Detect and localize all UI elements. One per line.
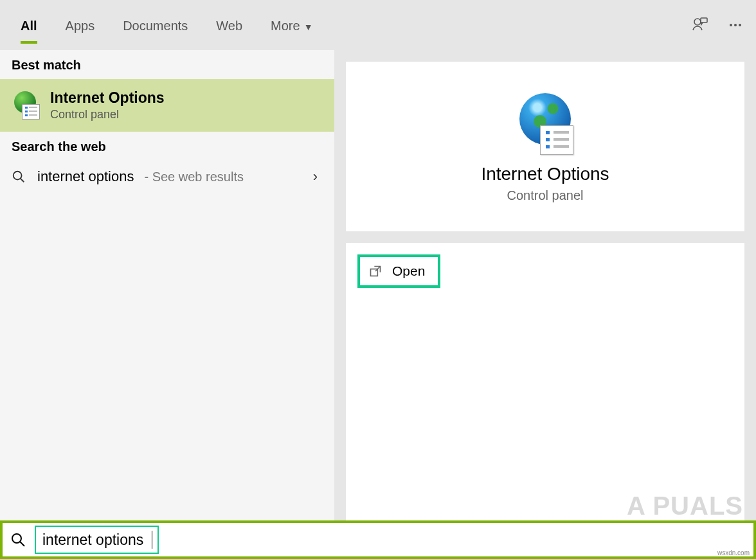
tab-label: All [21, 19, 37, 33]
best-match-result[interactable]: Internet Options Control panel [0, 79, 334, 132]
svg-point-2 [730, 24, 732, 26]
tab-apps[interactable]: Apps [51, 2, 109, 49]
text-caret [152, 531, 152, 549]
web-search-result[interactable]: internet options - See web results › [0, 161, 334, 193]
svg-line-9 [20, 542, 24, 546]
tab-all[interactable]: All [6, 2, 51, 49]
chevron-down-icon: ▼ [304, 22, 313, 32]
search-scope-header: All Apps Documents Web More▼ [0, 0, 756, 50]
detail-actions: Open [346, 243, 744, 536]
results-pane: Best match Internet Options Control pane… [0, 50, 334, 520]
more-options-icon[interactable] [728, 17, 743, 33]
scope-tabs: All Apps Documents Web More▼ [6, 2, 327, 49]
best-match-text: Internet Options Control panel [50, 89, 165, 121]
search-icon [10, 532, 26, 547]
web-query: internet options [37, 168, 134, 185]
svg-line-6 [21, 179, 24, 182]
open-button[interactable]: Open [357, 254, 440, 288]
tab-web[interactable]: Web [202, 2, 256, 49]
tab-documents[interactable]: Documents [109, 2, 202, 49]
svg-rect-1 [701, 18, 707, 22]
internet-options-icon [513, 91, 577, 155]
detail-pane: Internet Options Control panel Open [334, 50, 756, 520]
detail-card: Internet Options Control panel [346, 62, 744, 231]
svg-point-5 [14, 172, 22, 180]
open-label: Open [392, 263, 425, 279]
open-icon [369, 265, 382, 278]
svg-point-8 [12, 534, 21, 543]
tab-label: Web [216, 19, 242, 33]
search-input-highlight [35, 526, 159, 554]
source-watermark: wsxdn.com [717, 549, 750, 556]
tab-label: Apps [66, 19, 95, 33]
search-web-heading: Search the web [0, 132, 334, 161]
detail-title: Internet Options [481, 164, 609, 184]
feedback-icon[interactable] [690, 16, 708, 34]
search-icon [12, 170, 27, 184]
detail-subtitle: Control panel [507, 188, 584, 203]
svg-point-3 [734, 24, 737, 26]
best-match-heading: Best match [0, 50, 334, 79]
svg-point-0 [694, 19, 701, 25]
result-subtitle: Control panel [50, 108, 165, 121]
tab-more[interactable]: More▼ [256, 2, 327, 49]
web-hint: - See web results [144, 170, 244, 184]
svg-point-4 [739, 24, 741, 26]
header-actions [690, 0, 743, 50]
result-title: Internet Options [50, 89, 165, 107]
internet-options-icon [12, 91, 40, 120]
search-input[interactable] [41, 531, 153, 549]
search-bar[interactable] [0, 520, 756, 559]
chevron-right-icon: › [313, 168, 318, 185]
tab-label: More [271, 19, 300, 33]
tab-label: Documents [123, 19, 188, 33]
